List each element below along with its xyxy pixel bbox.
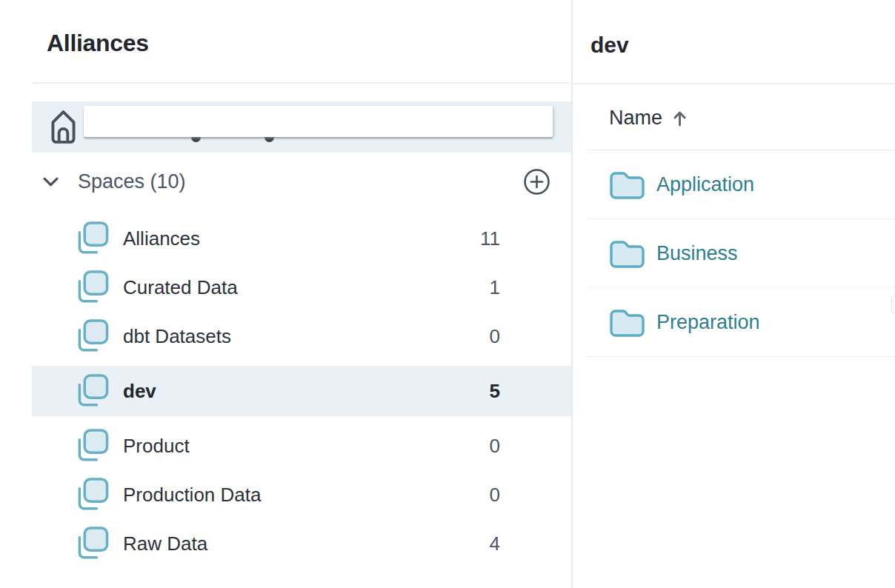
space-count: 4 (490, 532, 500, 555)
space-count: 1 (490, 276, 500, 299)
add-space-button[interactable] (522, 167, 550, 196)
folder-icon (610, 170, 645, 199)
space-label: Production Data (123, 484, 261, 507)
space-row[interactable]: Raw Data 4 (32, 519, 572, 568)
main-panel: dev Name Application (573, 0, 895, 588)
space-label: Curated Data (123, 276, 238, 299)
space-icon (76, 373, 109, 410)
space-row[interactable]: dbt Datasets 0 (32, 312, 572, 361)
sidebar: Alliances Spaces (10) (0, 0, 572, 588)
space-label: Raw Data (123, 532, 207, 555)
home-icon (51, 110, 76, 147)
folder-row[interactable]: Preparation (588, 288, 895, 357)
space-list: Alliances 11 Curated Data 1 (32, 214, 572, 568)
app-window: Alliances Spaces (10) (0, 0, 895, 588)
space-row[interactable]: Alliances 11 (32, 214, 572, 263)
redacted-label (84, 106, 553, 137)
folder-link[interactable]: Business (656, 242, 738, 265)
folder-link[interactable]: Preparation (656, 311, 760, 334)
name-column-label: Name (609, 107, 662, 130)
spaces-section-label: Spaces (10) (78, 170, 186, 193)
folder-row[interactable]: Application (588, 150, 895, 219)
folder-link[interactable]: Application (656, 173, 754, 196)
space-row[interactable]: Product 0 (32, 421, 572, 470)
space-count: 0 (490, 484, 500, 507)
home-item[interactable] (32, 101, 572, 153)
space-row[interactable]: Curated Data 1 (32, 263, 572, 312)
folder-list: Application Business (588, 150, 895, 357)
main-header-divider (573, 83, 895, 84)
space-icon (76, 477, 109, 513)
space-label: Product (123, 435, 190, 458)
space-row[interactable]: Production Data 0 (32, 470, 572, 519)
space-count: 0 (490, 325, 500, 348)
plus-circle-icon (523, 168, 550, 196)
space-count: 5 (490, 380, 500, 403)
folder-icon (610, 239, 645, 268)
space-icon (76, 221, 109, 257)
sort-ascending-icon (673, 110, 687, 127)
space-label: dbt Datasets (123, 325, 231, 348)
space-count: 11 (480, 227, 500, 250)
space-icon (76, 428, 109, 464)
clipped-button (891, 295, 895, 313)
spaces-section-header[interactable]: Spaces (10) (32, 164, 572, 198)
column-header-name[interactable]: Name (609, 107, 687, 130)
chevron-down-icon[interactable] (43, 177, 59, 187)
space-count: 0 (490, 435, 500, 458)
sidebar-title: Alliances (47, 30, 149, 57)
space-icon (76, 318, 109, 355)
sidebar-divider (32, 82, 570, 84)
page-title: dev (590, 33, 629, 58)
space-icon (76, 526, 109, 562)
folder-icon (610, 308, 645, 337)
space-icon (76, 270, 109, 306)
space-label: Alliances (123, 227, 200, 250)
space-row[interactable]: dev 5 (32, 366, 572, 416)
folder-row[interactable]: Business (588, 219, 895, 288)
space-label: dev (123, 380, 156, 403)
